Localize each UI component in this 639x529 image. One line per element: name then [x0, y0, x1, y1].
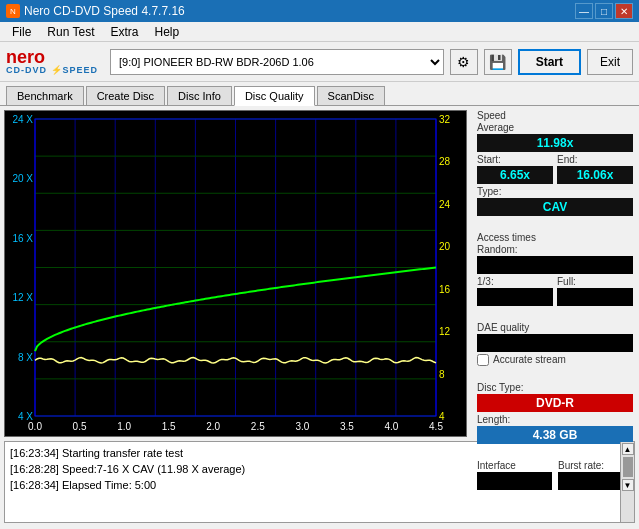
- access-times-section: Access times Random: 1/3: Full:: [477, 232, 633, 306]
- scroll-up-arrow[interactable]: ▲: [622, 443, 634, 455]
- log-row-2: [16:28:34] Elapsed Time: 5:00: [10, 477, 615, 493]
- nero-logo: nero CD-DVD ⚡SPEED: [6, 48, 98, 75]
- speed-section: Speed Average 11.98x Start: 6.65x End: 1…: [477, 110, 633, 216]
- cpu-section: DAE quality Accurate stream: [477, 322, 633, 366]
- log-scrollbar[interactable]: ▲ ▼: [620, 442, 634, 522]
- toolbar: nero CD-DVD ⚡SPEED [9:0] PIONEER BD-RW B…: [0, 42, 639, 82]
- disc-type-value: DVD-R: [477, 394, 633, 412]
- end-label: End:: [557, 154, 633, 165]
- random-label: Random:: [477, 244, 633, 255]
- tab-benchmark[interactable]: Benchmark: [6, 86, 84, 105]
- menu-help[interactable]: Help: [147, 23, 188, 41]
- type-label: Type:: [477, 186, 633, 197]
- disc-type-label: Disc Type:: [477, 382, 633, 393]
- maximize-button[interactable]: □: [595, 3, 613, 19]
- onethird-label: 1/3:: [477, 276, 553, 287]
- tab-disc-quality[interactable]: Disc Quality: [234, 86, 315, 106]
- scroll-thumb[interactable]: [623, 457, 633, 477]
- type-value: CAV: [477, 198, 633, 216]
- titlebar-left: N Nero CD-DVD Speed 4.7.7.16: [6, 4, 185, 18]
- menu-extra[interactable]: Extra: [102, 23, 146, 41]
- menubar: File Run Test Extra Help: [0, 22, 639, 42]
- settings-icon-btn[interactable]: ⚙: [450, 49, 478, 75]
- main-content: Speed Average 11.98x Start: 6.65x End: 1…: [0, 106, 639, 441]
- tab-create-disc[interactable]: Create Disc: [86, 86, 165, 105]
- drive-select[interactable]: [9:0] PIONEER BD-RW BDR-206D 1.06: [110, 49, 444, 75]
- start-value: 6.65x: [477, 166, 553, 184]
- dae-value: [477, 334, 633, 352]
- start-button[interactable]: Start: [518, 49, 581, 75]
- chart-wrapper: [0, 106, 471, 441]
- log-row-0: [16:23:34] Starting transfer rate test: [10, 445, 615, 461]
- chart-container: [4, 110, 467, 437]
- nero-text: nero: [6, 48, 98, 66]
- app-title: Nero CD-DVD Speed 4.7.7.16: [24, 4, 185, 18]
- disc-type-section: Disc Type: DVD-R Length: 4.38 GB: [477, 382, 633, 444]
- chart-canvas: [5, 111, 466, 436]
- tab-disc-info[interactable]: Disc Info: [167, 86, 232, 105]
- tab-scan-disc[interactable]: ScanDisc: [317, 86, 385, 105]
- close-button[interactable]: ✕: [615, 3, 633, 19]
- length-label: Length:: [477, 414, 633, 425]
- full-label: Full:: [557, 276, 633, 287]
- scroll-down-arrow[interactable]: ▼: [622, 479, 634, 491]
- log-content: [16:23:34] Starting transfer rate test […: [5, 442, 620, 522]
- dae-label: DAE quality: [477, 322, 633, 333]
- minimize-button[interactable]: —: [575, 3, 593, 19]
- accurate-stream-row: Accurate stream: [477, 354, 633, 366]
- app-icon: N: [6, 4, 20, 18]
- save-icon-btn[interactable]: 💾: [484, 49, 512, 75]
- average-value: 11.98x: [477, 134, 633, 152]
- menu-file[interactable]: File: [4, 23, 39, 41]
- accurate-label: Accurate stream: [493, 354, 566, 365]
- onethird-value: [477, 288, 553, 306]
- titlebar: N Nero CD-DVD Speed 4.7.7.16 — □ ✕: [0, 0, 639, 22]
- right-panel: Speed Average 11.98x Start: 6.65x End: 1…: [471, 106, 639, 441]
- average-label: Average: [477, 122, 633, 133]
- exit-button[interactable]: Exit: [587, 49, 633, 75]
- full-value: [557, 288, 633, 306]
- access-times-label: Access times: [477, 232, 633, 243]
- titlebar-buttons: — □ ✕: [575, 3, 633, 19]
- random-value: [477, 256, 633, 274]
- accurate-stream-checkbox[interactable]: [477, 354, 489, 366]
- log-area: [16:23:34] Starting transfer rate test […: [4, 441, 635, 523]
- start-label: Start:: [477, 154, 553, 165]
- end-value: 16.06x: [557, 166, 633, 184]
- log-row-1: [16:28:28] Speed:7-16 X CAV (11.98 X ave…: [10, 461, 615, 477]
- nero-subtitle: CD-DVD ⚡SPEED: [6, 66, 98, 75]
- menu-run-test[interactable]: Run Test: [39, 23, 102, 41]
- tabs: Benchmark Create Disc Disc Info Disc Qua…: [0, 82, 639, 106]
- speed-label: Speed: [477, 110, 633, 121]
